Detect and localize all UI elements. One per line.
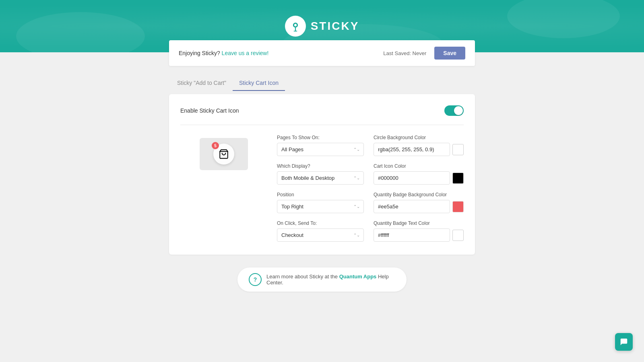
pages-label: Pages To Show On: [277,135,364,140]
tab-add-to-cart[interactable]: Sticky "Add to Cart" [171,76,233,91]
help-text: Learn more about Sticky at the Quantum A… [266,274,395,286]
top-bar: Enjoying Sticky? Leave us a review! Last… [169,40,475,66]
cart-icon [219,149,229,159]
tab-cart-icon[interactable]: Sticky Cart Icon [233,76,285,91]
top-bar-right: Last Saved: Never Save [383,47,465,60]
cart-icon-color-field: Cart Icon Color [374,163,464,185]
pages-select[interactable]: All Pages Home Page Product Pages Collec… [277,143,364,156]
display-field: Which Display? Both Mobile & Desktop Mob… [277,163,364,185]
onclick-label: On Click, Send To: [277,220,364,226]
circle-bg-input[interactable] [374,143,450,156]
logo-circle [285,16,306,37]
qty-bg-field: Quantity Badge Background Color [374,192,464,213]
quantum-apps-link[interactable]: Quantum Apps [339,274,377,280]
position-label: Position [277,192,364,197]
svg-point-1 [507,0,620,38]
tabs: Sticky "Add to Cart" Sticky Cart Icon [169,76,475,91]
enable-toggle[interactable] [444,105,464,116]
onclick-select[interactable]: Checkout Cart Page [277,228,364,242]
settings-grid: 5 Pages To Show On: [180,135,464,242]
main-content: Enjoying Sticky? Leave us a review! Last… [161,40,483,308]
display-select[interactable]: Both Mobile & Desktop Mobile Only Deskto… [277,171,364,185]
review-link[interactable]: Leave us a review! [222,50,269,56]
circle-bg-label: Circle Background Color [374,135,464,140]
enable-label: Enable Sticky Cart Icon [180,107,239,114]
qty-text-label: Quantity Badge Text Color [374,220,464,226]
qty-text-input[interactable] [374,228,450,242]
pages-field: Pages To Show On: All Pages Home Page Pr… [277,135,364,156]
left-form-col: Pages To Show On: All Pages Home Page Pr… [277,135,364,242]
qty-bg-label: Quantity Badge Background Color [374,192,464,197]
right-form-col: Circle Background Color Cart Icon Color … [374,135,464,242]
qty-bg-swatch[interactable] [452,201,464,212]
cart-icon-color-label: Cart Icon Color [374,163,464,169]
preview-box: 5 [200,138,248,170]
position-field: Position Top Right Top Left Bottom Right… [277,192,364,213]
onclick-field: On Click, Send To: Checkout Cart Page [277,220,364,242]
cart-preview: 5 [213,144,234,165]
help-icon: ? [249,273,262,286]
chat-icon [619,337,628,346]
svg-point-4 [294,24,297,26]
svg-point-0 [16,12,145,52]
qty-text-swatch[interactable] [452,230,464,241]
settings-card: Enable Sticky Cart Icon 5 [169,94,475,255]
qty-text-field: Quantity Badge Text Color [374,220,464,242]
last-saved: Last Saved: Never [383,50,426,56]
display-label: Which Display? [277,163,364,169]
preview-badge: 5 [212,142,219,149]
save-button[interactable]: Save [434,47,465,60]
chat-button[interactable] [615,333,633,351]
circle-bg-swatch[interactable] [452,144,464,155]
enjoying-message: Enjoying Sticky? Leave us a review! [179,50,268,56]
qty-bg-input[interactable] [374,200,450,213]
position-select[interactable]: Top Right Top Left Bottom Right Bottom L… [277,200,364,213]
app-title: STICKY [311,20,359,33]
logo: STICKY [285,16,359,37]
circle-bg-field: Circle Background Color [374,135,464,156]
preview-col: 5 [180,135,267,170]
enable-sticky-row: Enable Sticky Cart Icon [180,105,464,125]
cart-icon-color-input[interactable] [374,171,450,185]
cart-icon-color-swatch[interactable] [452,173,464,184]
help-bar: ? Learn more about Sticky at the Quantum… [237,267,407,292]
